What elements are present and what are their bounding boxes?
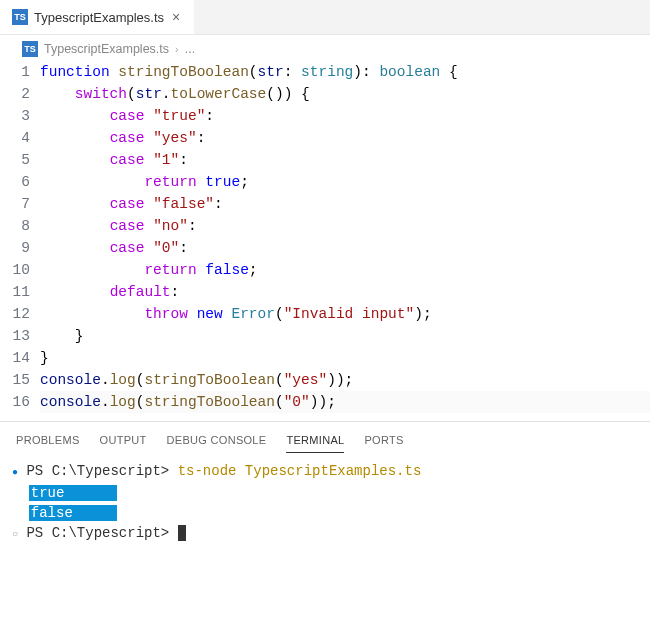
line-number: 13 bbox=[4, 325, 30, 347]
line-number: 6 bbox=[4, 171, 30, 193]
terminal-prompt: PS C:\Typescript> bbox=[26, 525, 169, 541]
line-gutter: 12345678910111213141516 bbox=[4, 61, 40, 413]
code-line[interactable]: function stringToBoolean(str: string): b… bbox=[40, 61, 650, 83]
editor-tab-filename: TypescriptExamples.ts bbox=[34, 10, 164, 25]
typescript-file-icon: TS bbox=[12, 9, 28, 25]
code-line[interactable]: case "1": bbox=[40, 149, 650, 171]
bottom-panel: PROBLEMS OUTPUT DEBUG CONSOLE TERMINAL P… bbox=[0, 421, 650, 553]
code-content[interactable]: function stringToBoolean(str: string): b… bbox=[40, 61, 650, 413]
breadcrumb[interactable]: TS TypescriptExamples.ts › ... bbox=[0, 35, 650, 61]
code-line[interactable]: default: bbox=[40, 281, 650, 303]
terminal-output-highlight: false bbox=[29, 505, 75, 521]
line-number: 8 bbox=[4, 215, 30, 237]
panel-tab-debug-console[interactable]: DEBUG CONSOLE bbox=[167, 430, 267, 453]
editor-tab[interactable]: TS TypescriptExamples.ts × bbox=[0, 0, 194, 34]
line-number: 11 bbox=[4, 281, 30, 303]
panel-tab-bar: PROBLEMS OUTPUT DEBUG CONSOLE TERMINAL P… bbox=[0, 422, 650, 453]
line-number: 5 bbox=[4, 149, 30, 171]
code-editor[interactable]: 12345678910111213141516 function stringT… bbox=[0, 61, 650, 413]
code-line[interactable]: throw new Error("Invalid input"); bbox=[40, 303, 650, 325]
breadcrumb-ellipsis: ... bbox=[185, 42, 195, 56]
panel-tab-output[interactable]: OUTPUT bbox=[100, 430, 147, 453]
bullet-icon: ○ bbox=[12, 529, 18, 540]
close-icon[interactable]: × bbox=[170, 9, 182, 25]
terminal-output: true bbox=[12, 483, 638, 503]
code-line[interactable]: case "true": bbox=[40, 105, 650, 127]
editor-tab-bar: TS TypescriptExamples.ts × bbox=[0, 0, 650, 35]
code-line[interactable]: case "0": bbox=[40, 237, 650, 259]
code-line[interactable]: } bbox=[40, 347, 650, 369]
code-line[interactable]: case "no": bbox=[40, 215, 650, 237]
terminal-output-highlight: true bbox=[29, 485, 67, 501]
code-line[interactable]: return false; bbox=[40, 259, 650, 281]
code-line[interactable]: case "yes": bbox=[40, 127, 650, 149]
breadcrumb-filename: TypescriptExamples.ts bbox=[44, 42, 169, 56]
terminal-cursor bbox=[178, 525, 186, 541]
terminal-line: ● PS C:\Typescript> ts-node TypescriptEx… bbox=[12, 461, 638, 483]
panel-tab-problems[interactable]: PROBLEMS bbox=[16, 430, 80, 453]
code-line[interactable]: } bbox=[40, 325, 650, 347]
code-line[interactable]: return true; bbox=[40, 171, 650, 193]
terminal-line: ○ PS C:\Typescript> bbox=[12, 523, 638, 545]
code-line[interactable]: console.log(stringToBoolean("yes")); bbox=[40, 369, 650, 391]
line-number: 3 bbox=[4, 105, 30, 127]
terminal-command: ts-node TypescriptExamples.ts bbox=[178, 463, 422, 479]
panel-tab-ports[interactable]: PORTS bbox=[364, 430, 403, 453]
bullet-icon: ● bbox=[12, 467, 18, 478]
line-number: 15 bbox=[4, 369, 30, 391]
line-number: 16 bbox=[4, 391, 30, 413]
line-number: 10 bbox=[4, 259, 30, 281]
panel-tab-terminal[interactable]: TERMINAL bbox=[286, 430, 344, 453]
typescript-file-icon: TS bbox=[22, 41, 38, 57]
line-number: 7 bbox=[4, 193, 30, 215]
line-number: 9 bbox=[4, 237, 30, 259]
chevron-right-icon: › bbox=[175, 43, 179, 55]
line-number: 4 bbox=[4, 127, 30, 149]
code-line[interactable]: switch(str.toLowerCase()) { bbox=[40, 83, 650, 105]
terminal-prompt: PS C:\Typescript> bbox=[26, 463, 169, 479]
line-number: 1 bbox=[4, 61, 30, 83]
line-number: 2 bbox=[4, 83, 30, 105]
code-line[interactable]: case "false": bbox=[40, 193, 650, 215]
line-number: 14 bbox=[4, 347, 30, 369]
terminal-content[interactable]: ● PS C:\Typescript> ts-node TypescriptEx… bbox=[0, 453, 650, 553]
terminal-output: false bbox=[12, 503, 638, 523]
code-line[interactable]: console.log(stringToBoolean("0")); bbox=[40, 391, 650, 413]
line-number: 12 bbox=[4, 303, 30, 325]
